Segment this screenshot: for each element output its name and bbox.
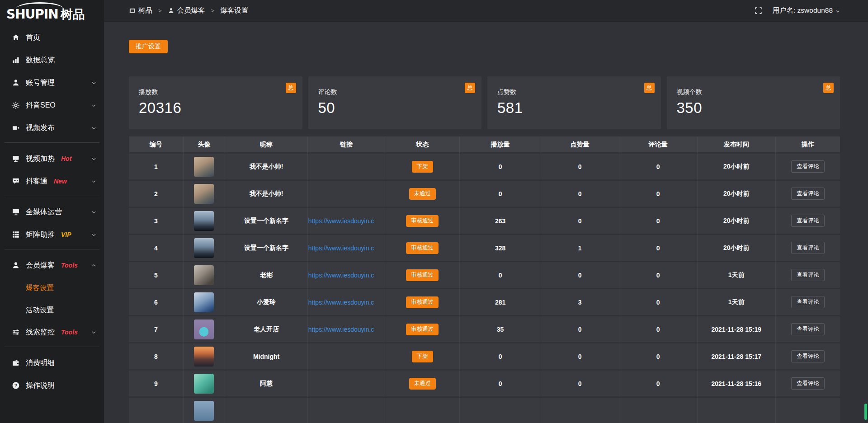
nickname-text: 阿慧 [260,380,273,387]
view-comments-button[interactable]: 查看评论 [791,242,825,254]
table-row: 7 老人开店 https://www.iesdouyin.c 审核通过 35 0… [129,316,840,343]
likes-count: 0 [578,380,582,387]
cell-nickname: 阿慧 [225,371,307,398]
cell-comments: 0 [619,343,697,371]
cell-likes: 1 [541,235,619,262]
status-button[interactable]: 审核通过 [406,269,439,281]
view-comments-button[interactable]: 查看评论 [791,350,825,362]
stat-card-comments: 评论数 50 总 [308,76,482,129]
sidebar-item-douyin-seo[interactable]: 抖音SEO [0,94,104,117]
publish-time: 20小时前 [723,244,750,251]
cell-avatar [183,208,225,235]
avatar [194,265,214,285]
row-id: 9 [154,380,158,387]
status-button[interactable]: 下架 [412,351,433,362]
cell-avatar [183,289,225,316]
total-badge: 总 [465,83,475,93]
view-comments-button[interactable]: 查看评论 [791,296,825,308]
avatar [194,292,214,312]
cell-time: 20小时前 [697,154,775,181]
sidebar-item-home[interactable]: 首页 [0,26,104,49]
view-comments-button[interactable]: 查看评论 [791,160,825,173]
likes-count: 0 [578,326,582,333]
chevron-down-icon [91,125,97,131]
view-comments-button[interactable]: 查看评论 [791,215,825,227]
sidebar: SHUPIN树品 首页数据总览账号管理抖音SEO视频发布视频加热Hot抖客通Ne… [0,0,104,423]
sliders-icon [12,328,20,336]
cell-id: 5 [129,262,183,289]
sidebar-item-data-overview[interactable]: 数据总览 [0,49,104,71]
cell-comments: 0 [619,181,697,208]
sidebar-item-matrix-boost[interactable]: 矩阵助推VIP [0,223,104,246]
sidebar-item-member-baoke[interactable]: 会员爆客Tools [0,254,104,277]
user-menu[interactable]: 用户名: zswodun88 [772,6,841,15]
cell-link [307,371,385,398]
fullscreen-icon[interactable] [755,7,762,14]
chat-icon [12,177,20,185]
cell-time: 20小时前 [697,235,775,262]
video-link[interactable]: https://www.iesdouyin.c [308,299,374,306]
status-button[interactable]: 未通过 [409,378,436,390]
heat-icon [12,155,20,163]
status-button[interactable]: 下架 [412,161,433,173]
sidebar-item-tag: Tools [61,329,78,336]
cell-status: 审核通过 [385,289,459,316]
sidebar-item-video-publish[interactable]: 视频发布 [0,117,104,139]
cell-likes: 0 [541,262,619,289]
sidebar-item-douketong[interactable]: 抖客通New [0,170,104,193]
stat-value: 20316 [139,99,293,117]
sidebar-item-label: 视频加热 [26,154,55,164]
video-link[interactable]: https://www.iesdouyin.c [308,272,374,279]
scrollbar-thumb[interactable] [864,404,867,420]
cell-plays: 35 [459,316,540,343]
chevron-down-icon [91,80,97,86]
avatar [194,347,214,367]
likes-count: 0 [578,353,582,360]
stats-cards: 播放数 20316 总 评论数 50 总 点赞数 581 总 视频个数 350 … [129,76,840,129]
sidebar-item-all-media[interactable]: 全媒体运营 [0,201,104,223]
promotion-settings-button[interactable]: 推广设置 [129,40,168,53]
video-link[interactable]: https://www.iesdouyin.c [308,217,374,225]
status-button[interactable]: 审核通过 [406,242,439,254]
breadcrumb-item-baoke-settings[interactable]: 爆客设置 [220,6,248,15]
sidebar-item-consume-detail[interactable]: 消费明细 [0,352,104,374]
status-button[interactable]: 审核通过 [406,324,439,335]
cell-avatar [183,398,225,423]
breadcrumb-label: 会员爆客 [177,6,205,15]
sidebar-item-account-manage[interactable]: 账号管理 [0,71,104,94]
monitor-icon [12,208,20,216]
breadcrumb-item-member-baoke[interactable]: 会员爆客 [168,6,205,15]
stat-label: 点赞数 [497,88,652,96]
video-link[interactable]: https://www.iesdouyin.c [308,326,374,333]
sidebar-subitem-activity-settings[interactable]: 活动设置 [0,299,104,321]
cell-likes: 3 [541,289,619,316]
brand-logo: SHUPIN树品 [0,0,104,26]
publish-time: 2021-11-28 15:16 [711,380,761,387]
sidebar-subitem-baoke-settings[interactable]: 爆客设置 [0,277,104,299]
cell-action: 查看评论 [775,343,840,371]
video-link[interactable]: https://www.iesdouyin.c [308,244,374,252]
sidebar-item-video-heat[interactable]: 视频加热Hot [0,147,104,170]
sidebar-item-clue-monitor[interactable]: 线索监控Tools [0,321,104,343]
table-row [129,398,840,423]
status-button[interactable]: 审核通过 [406,296,439,308]
comments-count: 0 [656,244,660,252]
row-id: 8 [154,353,158,360]
cell-nickname: 我不是小帅! [225,154,307,181]
view-comments-button[interactable]: 查看评论 [791,323,825,335]
chevron-down-icon [91,209,97,215]
view-comments-button[interactable]: 查看评论 [791,377,825,390]
status-button[interactable]: 未通过 [409,188,436,200]
cell-likes [541,398,619,423]
breadcrumb-item-shupin[interactable]: 树品 [129,6,152,15]
cell-id: 2 [129,181,183,208]
column-header-id: 编号 [129,136,183,154]
likes-count: 0 [578,272,582,279]
view-comments-button[interactable]: 查看评论 [791,188,825,200]
table-row: 9 阿慧 未通过 0 0 0 2021-11-28 15:16 查看评论 [129,371,840,398]
total-badge: 总 [286,83,296,93]
chevron-down-icon [91,179,97,184]
view-comments-button[interactable]: 查看评论 [791,269,825,281]
status-button[interactable]: 审核通过 [406,215,439,227]
sidebar-item-operation-help[interactable]: ?操作说明 [0,374,104,397]
